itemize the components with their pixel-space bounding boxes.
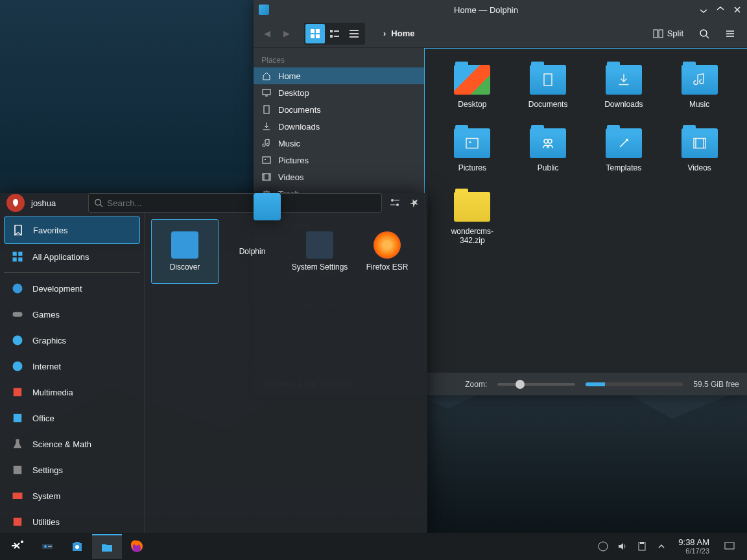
multimedia-icon (10, 385, 25, 399)
system-settings-icon (38, 537, 56, 555)
search-input[interactable] (107, 198, 376, 208)
clock[interactable]: 9:38 AM 6/17/23 (673, 537, 715, 556)
titlebar[interactable]: Home — Dolphin (254, 0, 747, 19)
science-icon (10, 437, 25, 451)
forward-button[interactable]: ▶ (279, 27, 294, 41)
sidebar-item-home[interactable]: Home (254, 67, 424, 84)
search-button[interactable] (694, 26, 715, 41)
svg-rect-35 (13, 252, 17, 256)
svg-rect-11 (654, 30, 658, 38)
taskbar-app-launcher[interactable] (3, 534, 32, 559)
details-view-button[interactable] (344, 24, 364, 43)
app-launcher-icon (8, 537, 27, 555)
icon-view-button[interactable] (305, 24, 325, 43)
zoom-slider[interactable] (497, 383, 575, 386)
free-space-bar (586, 382, 683, 386)
app-system-settings[interactable]: System Settings (286, 219, 353, 284)
pin-button[interactable] (408, 196, 421, 209)
settings-icon (306, 231, 333, 259)
clock-time: 9:38 AM (678, 537, 709, 548)
category-system[interactable]: System (4, 483, 140, 509)
picture-icon (261, 155, 272, 165)
folder-desktop[interactable]: Desktop (438, 62, 507, 112)
svg-rect-2 (311, 34, 314, 38)
music-folder-icon (682, 65, 718, 95)
breadcrumb-home[interactable]: Home (391, 29, 414, 38)
folder-pictures[interactable]: Pictures (438, 125, 507, 176)
svg-point-54 (21, 541, 23, 543)
folder-downloads[interactable]: Downloads (589, 62, 659, 112)
system-icon (10, 489, 25, 503)
svg-rect-62 (640, 542, 644, 544)
folder-music[interactable]: Music (665, 62, 734, 112)
launcher-header: joshua (0, 193, 427, 213)
category-favorites[interactable]: Favorites (4, 216, 140, 244)
app-dolphin[interactable]: Dolphin (219, 219, 286, 284)
close-button[interactable] (733, 5, 742, 14)
category-internet[interactable]: Internet (4, 353, 140, 379)
taskbar-discover[interactable] (62, 534, 92, 559)
svg-point-27 (544, 139, 548, 143)
category-all-applications[interactable]: All Applications (4, 244, 140, 270)
svg-point-42 (13, 362, 23, 371)
taskbar-firefox[interactable] (122, 534, 152, 559)
svg-rect-8 (350, 30, 359, 31)
taskbar-system-settings[interactable] (32, 534, 62, 559)
split-button[interactable]: Split (648, 26, 689, 41)
search-box[interactable] (88, 193, 382, 213)
clipboard-icon[interactable] (637, 541, 647, 552)
svg-point-26 (469, 141, 471, 143)
category-development[interactable]: Development (4, 275, 140, 301)
folder-wondercms-342-zip[interactable]: wondercms-342.zip (438, 189, 507, 248)
app-discover[interactable]: Discover (151, 219, 219, 284)
configure-button[interactable] (388, 196, 401, 209)
file-view[interactable]: DesktopDocumentsDownloadsMusicPicturesPu… (424, 48, 747, 372)
minimize-button[interactable] (699, 5, 708, 14)
category-science---math[interactable]: Science & Math (4, 431, 140, 457)
zoom-handle[interactable] (516, 380, 525, 389)
compact-view-button[interactable] (325, 24, 344, 43)
maximize-button[interactable] (716, 5, 725, 14)
sidebar-item-documents[interactable]: Documents (254, 101, 424, 118)
svg-rect-45 (14, 466, 22, 474)
svg-point-32 (391, 199, 394, 202)
keyboard-icon[interactable] (598, 541, 608, 552)
folder-public[interactable]: Public (514, 125, 583, 176)
hamburger-icon (725, 29, 735, 39)
svg-rect-47 (14, 518, 22, 526)
svg-rect-12 (659, 30, 663, 38)
category-graphics[interactable]: Graphics (4, 327, 140, 353)
tray-expand-icon[interactable] (656, 541, 667, 552)
svg-point-58 (75, 545, 79, 549)
folder-templates[interactable]: Templates (589, 125, 659, 176)
desktop-folder-icon (454, 65, 490, 95)
category-sidebar: FavoritesAll Applications DevelopmentGam… (0, 213, 145, 540)
show-desktop-button[interactable] (715, 534, 744, 559)
firefox-icon (128, 537, 146, 555)
sidebar-item-videos[interactable]: Videos (254, 169, 424, 185)
svg-point-41 (13, 336, 23, 345)
breadcrumb[interactable]: › Home (383, 29, 414, 38)
category-utilities[interactable]: Utilities (4, 509, 140, 535)
app-firefox-esr[interactable]: Firefox ESR (353, 219, 421, 284)
category-office[interactable]: Office (4, 405, 140, 431)
category-multimedia[interactable]: Multimedia (4, 379, 140, 405)
sidebar-item-music[interactable]: Music (254, 135, 424, 152)
free-space-text: 59.5 GiB free (693, 380, 739, 389)
category-games[interactable]: Games (4, 301, 140, 327)
window-title: Home — Dolphin (273, 5, 699, 15)
sidebar-item-desktop[interactable]: Desktop (254, 84, 424, 101)
volume-icon[interactable] (617, 541, 628, 552)
taskbar-dolphin[interactable] (92, 534, 122, 559)
user-avatar[interactable] (6, 194, 25, 212)
folder-documents[interactable]: Documents (514, 62, 583, 112)
category-settings[interactable]: Settings (4, 457, 140, 483)
svg-rect-16 (263, 157, 270, 163)
sidebar-item-downloads[interactable]: Downloads (254, 118, 424, 135)
svg-rect-63 (725, 542, 734, 549)
sidebar-item-pictures[interactable]: Pictures (254, 152, 424, 169)
back-button[interactable]: ◀ (260, 27, 274, 41)
menu-button[interactable] (720, 26, 741, 41)
folder-videos[interactable]: Videos (665, 125, 734, 176)
video-folder-icon (682, 128, 718, 158)
